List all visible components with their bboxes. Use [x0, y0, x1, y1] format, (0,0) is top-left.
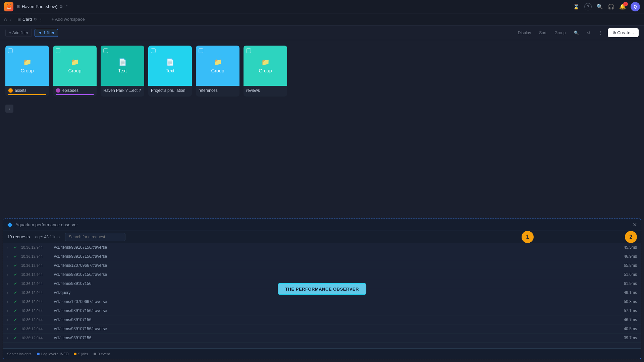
- search-toolbar-icon[interactable]: 🔍: [571, 29, 582, 37]
- req-check-3: ✓: [14, 272, 18, 277]
- request-search-input[interactable]: [65, 233, 125, 241]
- req-path-6: /v1/items/120709667/traverse: [54, 299, 621, 304]
- req-duration-3: 51.6ms: [624, 272, 637, 277]
- req-expand-0[interactable]: ›: [7, 246, 11, 249]
- perf-icon: 🔷: [7, 222, 13, 228]
- search-icon[interactable]: 🔍: [596, 3, 603, 10]
- sort-button[interactable]: Sort: [536, 29, 549, 37]
- home-icon[interactable]: ⌂: [4, 17, 7, 22]
- card-type-icon-2: 📄: [118, 58, 127, 66]
- card-checkbox-5[interactable]: [246, 48, 251, 53]
- req-expand-3[interactable]: ›: [7, 273, 11, 277]
- request-row-9[interactable]: › ✓ 10:36:12.944 /v1/items/939107156/tra…: [3, 324, 641, 334]
- card-name-icon-1: 🟣: [56, 88, 61, 93]
- req-expand-9[interactable]: ›: [7, 327, 11, 331]
- create-button[interactable]: ⊕ Create...: [608, 28, 639, 37]
- perf-footer: Server insights Log level : INFO 5 jobs …: [3, 348, 641, 359]
- workspace-name[interactable]: ⊞ Haven Par...show) ⚙ ⌃: [17, 4, 68, 9]
- req-check-2: ✓: [14, 263, 18, 268]
- top-bar-right: ⌛ ? 🔍 🎧 🔔 3 Q: [573, 2, 640, 11]
- question-icon[interactable]: ?: [584, 3, 592, 10]
- active-filter-button[interactable]: ▼ 1 filter: [35, 29, 58, 37]
- request-row-1[interactable]: › ✓ 10:36:12.944 /v1/items/939107156/tra…: [3, 252, 641, 261]
- req-expand-5[interactable]: ›: [7, 291, 11, 295]
- card-item-2[interactable]: 📄 Text Haven Park ? ...ect ?: [101, 46, 144, 97]
- card-checkbox-0[interactable]: [8, 48, 13, 53]
- card-type-label-1: Group: [68, 68, 82, 73]
- req-time-9: 10:36:12.944: [21, 327, 51, 331]
- card-checkbox-4[interactable]: [199, 48, 203, 53]
- req-expand-6[interactable]: ›: [7, 300, 11, 304]
- card-item-3[interactable]: 📄 Text Project's pre...ation: [148, 46, 192, 97]
- request-row-0[interactable]: › ✓ 10:36:12.944 /v1/items/939107156/tra…: [3, 243, 641, 252]
- card-item-5[interactable]: 📁 Group reviews: [244, 46, 287, 97]
- card-menu-icon[interactable]: ⋮: [39, 17, 43, 22]
- top-bar-left: 🦊 ⊞ Haven Par...show) ⚙ ⌃: [4, 2, 68, 11]
- req-path-5: /v1/query: [54, 290, 621, 295]
- req-expand-1[interactable]: ›: [7, 255, 11, 258]
- headphone-icon[interactable]: 🎧: [608, 3, 614, 10]
- req-expand-4[interactable]: ›: [7, 282, 11, 286]
- add-workspace-button[interactable]: + Add workspace: [49, 15, 87, 23]
- request-row-3[interactable]: › ✓ 10:36:12.944 /v1/items/939107156/tra…: [3, 270, 641, 279]
- req-time-4: 10:36:12.944: [21, 282, 51, 286]
- request-row-4[interactable]: › ✓ 10:36:12.944 /v1/items/939107156 61.…: [3, 279, 641, 288]
- req-expand-8[interactable]: ›: [7, 318, 11, 322]
- req-check-8: ✓: [14, 317, 18, 322]
- refresh-icon[interactable]: ↺: [584, 29, 593, 37]
- card-type-label-4: Group: [211, 68, 224, 73]
- req-time-0: 10:36:12.944: [21, 245, 51, 249]
- jobs-dot: [74, 353, 76, 355]
- card-checkbox-2[interactable]: [103, 48, 108, 53]
- req-time-3: 10:36:12.944: [21, 273, 51, 277]
- card-checkbox-3[interactable]: [151, 48, 156, 53]
- expand-arrow[interactable]: ›: [5, 105, 13, 113]
- nav-bar: ⌂ / ⊞ Card ⚙ ⋮ + Add workspace: [0, 13, 644, 25]
- card-checkbox-1[interactable]: [56, 48, 60, 53]
- perf-stats: 19 requests age: 43.11ms 1 2: [3, 231, 641, 243]
- card-label: Card: [22, 17, 32, 22]
- server-insights-label: Server insights: [7, 352, 32, 356]
- jobs-label: 5 jobs: [78, 352, 88, 356]
- perf-header: 🔷 Aquarium performance observer ✕: [3, 219, 641, 231]
- request-row-6[interactable]: › ✓ 10:36:12.944 /v1/items/120709667/tra…: [3, 297, 641, 306]
- request-row-8[interactable]: › ✓ 10:36:12.944 /v1/items/939107156 46.…: [3, 315, 641, 324]
- req-expand-2[interactable]: ›: [7, 264, 11, 267]
- req-time-1: 10:36:12.944: [21, 254, 51, 258]
- perf-close-button[interactable]: ✕: [633, 222, 637, 228]
- request-row-7[interactable]: › ✓ 10:36:12.944 /v1/items/939107156/tra…: [3, 306, 641, 315]
- add-filter-button[interactable]: + Add filter: [5, 29, 32, 37]
- card-settings-icon[interactable]: ⚙: [34, 17, 37, 21]
- req-path-7: /v1/items/939107156/traverse: [54, 308, 621, 313]
- workspace-label: Haven Par...show): [22, 4, 57, 9]
- req-time-2: 10:36:12.944: [21, 263, 51, 267]
- requests-count: 19 requests: [7, 234, 30, 239]
- request-row-10[interactable]: › ✓ 10:36:12.944 /v1/items/939107156 39.…: [3, 334, 641, 343]
- req-duration-6: 50.3ms: [624, 299, 637, 304]
- card-item-0[interactable]: 📁 Group 🟠 assets: [5, 46, 49, 97]
- req-path-1: /v1/items/939107156/traverse: [54, 254, 621, 259]
- nav-card-item[interactable]: ⊞ Card ⚙ ⋮: [15, 15, 46, 23]
- avatar[interactable]: Q: [631, 2, 640, 11]
- req-check-10: ✓: [14, 336, 18, 340]
- display-button[interactable]: Display: [515, 29, 534, 37]
- req-expand-10[interactable]: ›: [7, 336, 11, 340]
- card-item-1[interactable]: 📁 Group 🟣 episodes: [53, 46, 97, 97]
- bell-icon[interactable]: 🔔 3: [619, 3, 626, 10]
- request-row-5[interactable]: › ✓ 10:36:12.944 /v1/query 49.1ms: [3, 288, 641, 297]
- req-check-5: ✓: [14, 290, 18, 295]
- workspace-chevron-icon[interactable]: ⌃: [65, 4, 68, 9]
- request-row-2[interactable]: › ✓ 10:36:12.944 /v1/items/120709667/tra…: [3, 261, 641, 270]
- req-duration-7: 57.1ms: [624, 308, 637, 313]
- group-button[interactable]: Group: [552, 29, 568, 37]
- top-bar: 🦊 ⊞ Haven Par...show) ⚙ ⌃ ⌛ ? 🔍 🎧 🔔 3 Q: [0, 0, 644, 13]
- req-expand-7[interactable]: ›: [7, 309, 11, 313]
- app-logo[interactable]: 🦊: [4, 2, 13, 11]
- card-item-4[interactable]: 📁 Group references: [196, 46, 239, 97]
- card-name-text-5: reviews: [246, 88, 260, 93]
- hourglass-icon[interactable]: ⌛: [573, 3, 580, 10]
- jobs-item: 5 jobs: [74, 352, 88, 356]
- card-type-icon-4: 📁: [214, 58, 222, 66]
- workspace-settings-icon[interactable]: ⚙: [59, 4, 63, 9]
- more-menu-icon[interactable]: ⋮: [596, 29, 605, 37]
